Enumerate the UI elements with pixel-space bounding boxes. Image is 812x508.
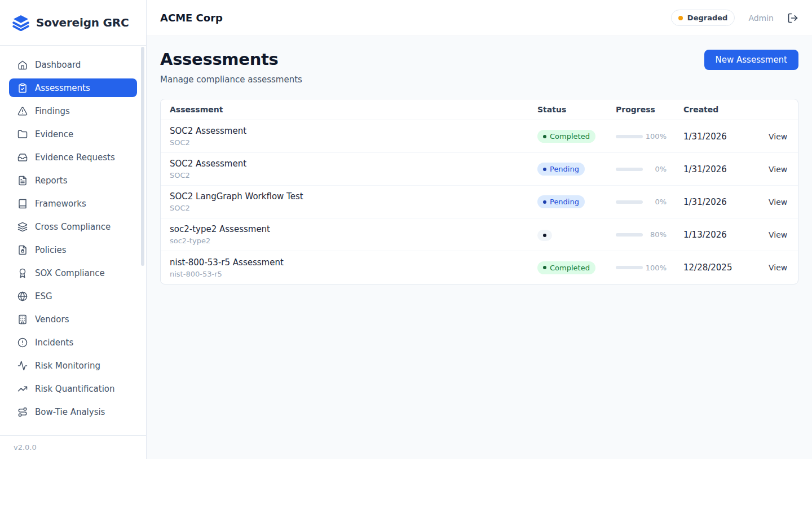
sidebar-item-label: Frameworks [35,199,86,209]
sidebar-item-dashboard[interactable]: Dashboard [9,55,137,74]
status-dot-icon [543,135,546,138]
sidebar-item-bow-tie-analysis[interactable]: Bow-Tie Analysis [9,402,137,421]
brand-title: Sovereign GRC [36,16,129,29]
home-icon [17,60,28,70]
assessment-name: nist-800-53-r5 Assessment [170,257,537,268]
status-dot-icon [543,200,546,204]
app-root: Sovereign GRC DashboardAssessmentsFindin… [0,0,812,459]
table-row: SOC2 Assessment SOC2 Completed 100% 1/31… [161,120,798,153]
view-link[interactable]: View [769,132,789,141]
status-dot-icon [678,16,683,20]
logout-icon[interactable] [787,12,798,24]
progress-cell: 0% [616,198,683,206]
new-assessment-button[interactable]: New Assessment [704,50,798,70]
clipboard-check-icon [17,83,28,93]
col-created: Created [683,105,769,114]
sidebar-item-label: Evidence [35,129,73,139]
sidebar-nav: DashboardAssessmentsFindingsEvidenceEvid… [0,46,146,435]
sidebar-item-risk-monitoring[interactable]: Risk Monitoring [9,356,137,375]
status-dot-icon [543,234,546,237]
system-status-badge: Degraded [671,10,735,26]
created-date: 12/28/2025 [683,262,769,273]
status-label: Completed [550,264,590,272]
assessment-name: soc2-type2 Assessment [170,224,537,234]
file-lock-icon [17,245,28,255]
view-link[interactable]: View [769,263,789,272]
sidebar-item-incidents[interactable]: Incidents [9,333,137,352]
progress-percent: 0% [643,165,683,173]
sidebar-item-label: SOX Compliance [35,268,105,278]
sidebar-item-label: Risk Quantification [35,384,115,394]
app-version: v2.0.0 [0,435,146,459]
main-area: ACME Corp Degraded Admin [147,0,812,459]
created-date: 1/31/2026 [683,164,769,174]
assessment-framework: SOC2 [170,171,537,179]
status-dot-icon [543,168,546,171]
assessment-name: SOC2 LangGraph Workflow Test [170,191,537,202]
status-label: Pending [550,198,579,206]
sidebar-scrollbar[interactable] [141,47,144,266]
page-subtitle: Manage compliance assessments [160,75,302,85]
sidebar-item-findings[interactable]: Findings [9,102,137,120]
status-badge: Completed [537,130,595,143]
sidebar-item-reports[interactable]: Reports [9,171,137,190]
page-title: Assessments [160,50,302,69]
status-badge: Pending [537,163,585,176]
assessments-table: Assessment Status Progress Created SOC2 … [160,99,798,284]
table-row: nist-800-53-r5 Assessment nist-800-53-r5… [161,251,798,284]
table-row: SOC2 LangGraph Workflow Test SOC2 Pendin… [161,186,798,218]
assessment-cell: SOC2 Assessment SOC2 [170,126,537,147]
status-label: Pending [550,165,579,173]
sidebar-item-label: Cross Compliance [35,222,111,232]
route-icon [17,407,28,417]
activity-icon [17,361,28,371]
sidebar-item-assessments[interactable]: Assessments [9,78,137,97]
page-head: Assessments Manage compliance assessment… [160,50,798,85]
progress-bar [616,135,643,138]
view-link[interactable]: View [769,230,789,239]
assessment-framework: soc2-type2 [170,237,537,245]
sidebar-item-label: ESG [35,291,52,301]
sidebar-item-esg[interactable]: ESG [9,287,137,305]
building-icon [17,314,28,325]
progress-cell: 100% [616,132,683,141]
assessment-cell: nist-800-53-r5 Assessment nist-800-53-r5 [170,257,537,278]
col-status: Status [537,105,616,114]
progress-bar [616,233,643,237]
sidebar: Sovereign GRC DashboardAssessmentsFindin… [0,0,147,459]
sidebar-item-evidence[interactable]: Evidence [9,125,137,143]
progress-cell: 80% [616,230,683,239]
sidebar-item-label: Bow-Tie Analysis [35,407,105,417]
col-assessment: Assessment [170,105,537,114]
sidebar-item-label: Evidence Requests [35,152,115,163]
view-link[interactable]: View [769,198,789,207]
alert-triangle-icon [17,106,28,116]
sidebar-item-label: Reports [35,176,68,186]
topbar: ACME Corp Degraded Admin [147,0,812,36]
sidebar-item-label: Incidents [35,338,73,348]
progress-bar [616,266,643,269]
sidebar-item-sox-compliance[interactable]: SOX Compliance [9,264,137,282]
sidebar-item-risk-quantification[interactable]: Risk Quantification [9,379,137,398]
view-link[interactable]: View [769,165,789,174]
col-progress: Progress [616,105,683,114]
sidebar-item-evidence-requests[interactable]: Evidence Requests [9,148,137,167]
status-dot-icon [543,266,546,269]
assessment-name: SOC2 Assessment [170,126,537,136]
progress-bar [616,168,643,171]
sidebar-item-label: Assessments [35,83,90,93]
sidebar-item-policies[interactable]: Policies [9,240,137,259]
status-badge: Completed [537,261,595,274]
system-status-label: Degraded [687,14,728,22]
sidebar-item-label: Findings [35,106,70,116]
status-cell: Completed [537,130,616,143]
sidebar-logo: Sovereign GRC [0,0,146,46]
sidebar-item-cross-compliance[interactable]: Cross Compliance [9,217,137,236]
status-cell: Completed [537,261,616,274]
file-text-icon [17,176,28,186]
sidebar-item-vendors[interactable]: Vendors [9,310,137,329]
progress-bar [616,200,643,204]
table-row: SOC2 Assessment SOC2 Pending 0% 1/31/202… [161,153,798,186]
status-label: Completed [550,132,590,141]
sidebar-item-frameworks[interactable]: Frameworks [9,194,137,213]
